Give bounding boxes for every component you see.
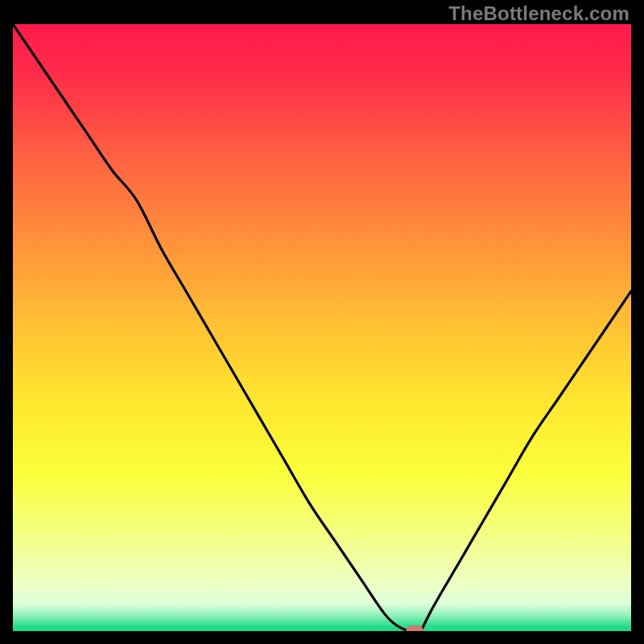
bottleneck-chart [13,24,631,631]
gradient-background [13,24,631,631]
watermark-text: TheBottleneck.com [448,2,630,25]
chart-frame: TheBottleneck.com [0,0,644,644]
